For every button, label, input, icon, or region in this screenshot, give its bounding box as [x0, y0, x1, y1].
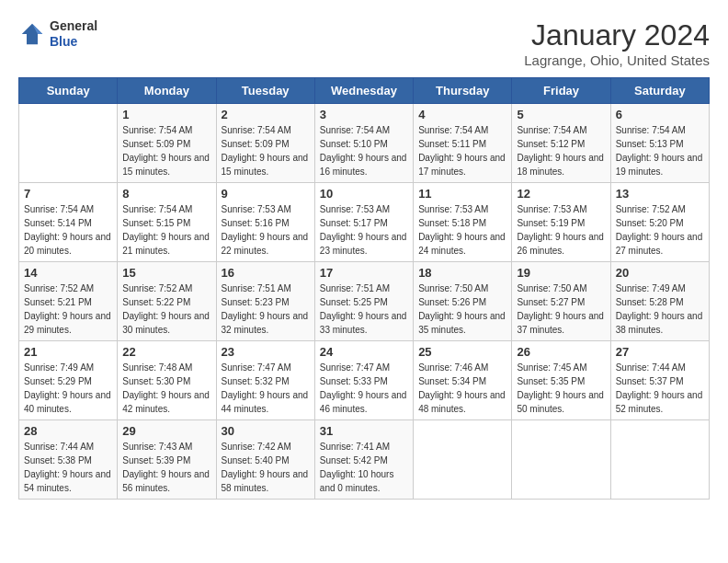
calendar-day-cell: 22Sunrise: 7:48 AMSunset: 5:30 PMDayligh…: [118, 341, 216, 420]
calendar-day-cell: 17Sunrise: 7:51 AMSunset: 5:25 PMDayligh…: [314, 262, 413, 341]
logo: General Blue: [18, 18, 97, 50]
calendar-day-cell: 4Sunrise: 7:54 AMSunset: 5:11 PMDaylight…: [414, 104, 512, 183]
calendar-day-cell: 7Sunrise: 7:54 AMSunset: 5:14 PMDaylight…: [19, 183, 118, 262]
day-number: 26: [517, 345, 605, 359]
day-number: 28: [24, 424, 112, 438]
weekday-header: Tuesday: [216, 78, 314, 104]
calendar-day-cell: [414, 420, 512, 500]
day-info: Sunrise: 7:52 AMSunset: 5:20 PMDaylight:…: [616, 202, 704, 258]
calendar-day-cell: 24Sunrise: 7:47 AMSunset: 5:33 PMDayligh…: [314, 341, 413, 420]
day-info: Sunrise: 7:52 AMSunset: 5:21 PMDaylight:…: [24, 282, 112, 337]
day-info: Sunrise: 7:54 AMSunset: 5:13 PMDaylight:…: [616, 123, 704, 178]
day-info: Sunrise: 7:53 AMSunset: 5:19 PMDaylight:…: [517, 202, 605, 258]
day-number: 4: [418, 108, 506, 121]
calendar-week-row: 14Sunrise: 7:52 AMSunset: 5:21 PMDayligh…: [19, 262, 710, 341]
day-number: 27: [616, 345, 704, 359]
weekday-header: Friday: [512, 78, 610, 104]
day-number: 22: [122, 345, 210, 359]
calendar-day-cell: 9Sunrise: 7:53 AMSunset: 5:16 PMDaylight…: [216, 183, 314, 262]
day-number: 1: [122, 108, 210, 121]
day-number: 29: [122, 424, 210, 438]
calendar-day-cell: 2Sunrise: 7:54 AMSunset: 5:09 PMDaylight…: [216, 104, 314, 183]
calendar-day-cell: 23Sunrise: 7:47 AMSunset: 5:32 PMDayligh…: [216, 341, 314, 420]
day-info: Sunrise: 7:44 AMSunset: 5:37 PMDaylight:…: [616, 361, 704, 416]
day-info: Sunrise: 7:47 AMSunset: 5:32 PMDaylight:…: [222, 361, 310, 416]
location-title: Lagrange, Ohio, United States: [524, 52, 710, 68]
day-info: Sunrise: 7:49 AMSunset: 5:28 PMDaylight:…: [616, 282, 704, 337]
calendar-day-cell: 19Sunrise: 7:50 AMSunset: 5:27 PMDayligh…: [512, 262, 610, 341]
calendar-table: SundayMondayTuesdayWednesdayThursdayFrid…: [18, 77, 710, 500]
day-number: 13: [616, 187, 704, 201]
day-info: Sunrise: 7:46 AMSunset: 5:34 PMDaylight:…: [418, 361, 506, 416]
day-info: Sunrise: 7:54 AMSunset: 5:15 PMDaylight:…: [122, 202, 210, 258]
calendar-day-cell: [610, 420, 709, 500]
calendar-day-cell: 3Sunrise: 7:54 AMSunset: 5:10 PMDaylight…: [314, 104, 413, 183]
calendar-day-cell: 11Sunrise: 7:53 AMSunset: 5:18 PMDayligh…: [414, 183, 512, 262]
day-info: Sunrise: 7:53 AMSunset: 5:18 PMDaylight:…: [418, 202, 506, 258]
day-info: Sunrise: 7:50 AMSunset: 5:26 PMDaylight:…: [418, 282, 506, 337]
day-info: Sunrise: 7:49 AMSunset: 5:29 PMDaylight:…: [24, 361, 112, 416]
day-number: 21: [24, 345, 112, 359]
logo-general: General: [50, 18, 97, 34]
day-number: 30: [222, 424, 310, 438]
page-header: General Blue January 2024 Lagrange, Ohio…: [18, 18, 710, 68]
day-number: 17: [320, 266, 408, 280]
day-info: Sunrise: 7:54 AMSunset: 5:14 PMDaylight:…: [24, 202, 112, 258]
day-info: Sunrise: 7:54 AMSunset: 5:11 PMDaylight:…: [418, 123, 506, 178]
weekday-header: Sunday: [19, 78, 118, 104]
day-number: 7: [24, 187, 112, 201]
day-info: Sunrise: 7:53 AMSunset: 5:17 PMDaylight:…: [320, 202, 408, 258]
day-info: Sunrise: 7:44 AMSunset: 5:38 PMDaylight:…: [24, 440, 112, 495]
calendar-day-cell: 6Sunrise: 7:54 AMSunset: 5:13 PMDaylight…: [610, 104, 709, 183]
calendar-day-cell: 13Sunrise: 7:52 AMSunset: 5:20 PMDayligh…: [610, 183, 709, 262]
calendar-day-cell: [512, 420, 610, 500]
day-info: Sunrise: 7:54 AMSunset: 5:12 PMDaylight:…: [517, 123, 605, 178]
day-info: Sunrise: 7:42 AMSunset: 5:40 PMDaylight:…: [222, 440, 310, 495]
calendar-day-cell: [19, 104, 118, 183]
calendar-day-cell: 27Sunrise: 7:44 AMSunset: 5:37 PMDayligh…: [610, 341, 709, 420]
day-info: Sunrise: 7:51 AMSunset: 5:23 PMDaylight:…: [222, 282, 310, 337]
day-info: Sunrise: 7:47 AMSunset: 5:33 PMDaylight:…: [320, 361, 408, 416]
day-number: 20: [616, 266, 704, 280]
calendar-week-row: 1Sunrise: 7:54 AMSunset: 5:09 PMDaylight…: [19, 104, 710, 183]
calendar-day-cell: 28Sunrise: 7:44 AMSunset: 5:38 PMDayligh…: [19, 420, 118, 500]
calendar-day-cell: 30Sunrise: 7:42 AMSunset: 5:40 PMDayligh…: [216, 420, 314, 500]
calendar-day-cell: 31Sunrise: 7:41 AMSunset: 5:42 PMDayligh…: [314, 420, 413, 500]
calendar-day-cell: 29Sunrise: 7:43 AMSunset: 5:39 PMDayligh…: [118, 420, 216, 500]
day-number: 9: [222, 187, 310, 201]
day-info: Sunrise: 7:43 AMSunset: 5:39 PMDaylight:…: [122, 440, 210, 495]
calendar-day-cell: 18Sunrise: 7:50 AMSunset: 5:26 PMDayligh…: [414, 262, 512, 341]
day-number: 23: [222, 345, 310, 359]
calendar-day-cell: 15Sunrise: 7:52 AMSunset: 5:22 PMDayligh…: [118, 262, 216, 341]
calendar-day-cell: 16Sunrise: 7:51 AMSunset: 5:23 PMDayligh…: [216, 262, 314, 341]
day-number: 19: [517, 266, 605, 280]
day-number: 5: [517, 108, 605, 121]
calendar-day-cell: 21Sunrise: 7:49 AMSunset: 5:29 PMDayligh…: [19, 341, 118, 420]
calendar-week-row: 7Sunrise: 7:54 AMSunset: 5:14 PMDaylight…: [19, 183, 710, 262]
logo-icon: [18, 20, 46, 48]
day-info: Sunrise: 7:50 AMSunset: 5:27 PMDaylight:…: [517, 282, 605, 337]
day-info: Sunrise: 7:53 AMSunset: 5:16 PMDaylight:…: [222, 202, 310, 258]
calendar-day-cell: 20Sunrise: 7:49 AMSunset: 5:28 PMDayligh…: [610, 262, 709, 341]
day-number: 3: [320, 108, 408, 121]
day-info: Sunrise: 7:54 AMSunset: 5:10 PMDaylight:…: [320, 123, 408, 178]
day-number: 8: [122, 187, 210, 201]
calendar-week-row: 28Sunrise: 7:44 AMSunset: 5:38 PMDayligh…: [19, 420, 710, 500]
day-number: 6: [616, 108, 704, 121]
calendar-day-cell: 12Sunrise: 7:53 AMSunset: 5:19 PMDayligh…: [512, 183, 610, 262]
day-number: 12: [517, 187, 605, 201]
title-area: January 2024 Lagrange, Ohio, United Stat…: [524, 18, 710, 68]
day-info: Sunrise: 7:48 AMSunset: 5:30 PMDaylight:…: [122, 361, 210, 416]
weekday-header-row: SundayMondayTuesdayWednesdayThursdayFrid…: [19, 78, 710, 104]
day-info: Sunrise: 7:54 AMSunset: 5:09 PMDaylight:…: [122, 123, 210, 178]
day-info: Sunrise: 7:41 AMSunset: 5:42 PMDaylight:…: [320, 440, 408, 495]
day-number: 2: [222, 108, 310, 121]
day-number: 16: [222, 266, 310, 280]
day-info: Sunrise: 7:52 AMSunset: 5:22 PMDaylight:…: [122, 282, 210, 337]
day-info: Sunrise: 7:45 AMSunset: 5:35 PMDaylight:…: [517, 361, 605, 416]
calendar-day-cell: 14Sunrise: 7:52 AMSunset: 5:21 PMDayligh…: [19, 262, 118, 341]
day-number: 14: [24, 266, 112, 280]
weekday-header: Thursday: [414, 78, 512, 104]
calendar-day-cell: 26Sunrise: 7:45 AMSunset: 5:35 PMDayligh…: [512, 341, 610, 420]
day-number: 11: [418, 187, 506, 201]
